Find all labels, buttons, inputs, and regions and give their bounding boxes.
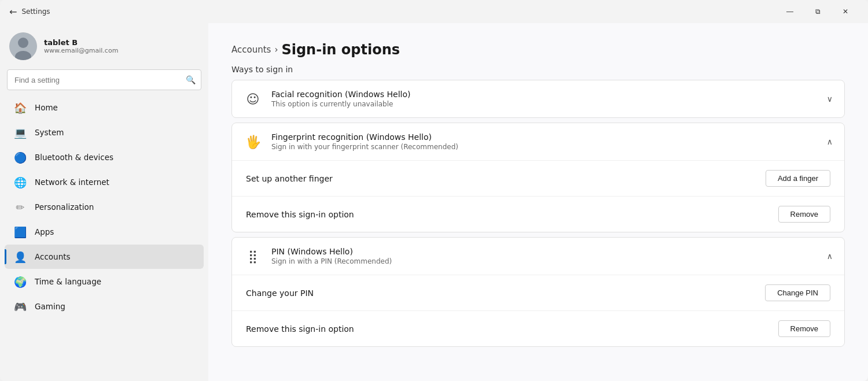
personalization-icon: ✏️ <box>14 201 27 213</box>
card-title-facial: Facial recognition (Windows Hello) <box>271 90 818 99</box>
sidebar-item-system[interactable]: 💻 System <box>5 120 204 145</box>
card-text-facial: Facial recognition (Windows Hello) This … <box>271 90 818 108</box>
card-header-facial[interactable]: ☺ Facial recognition (Windows Hello) Thi… <box>232 80 844 117</box>
user-profile: tablet B www.email@gmail.com <box>0 28 208 69</box>
chevron-fingerprint: ∧ <box>827 137 833 146</box>
sidebar-item-bluetooth[interactable]: 🔵 Bluetooth & devices <box>5 145 204 169</box>
card-row: Remove this sign-in option Remove <box>232 197 844 232</box>
main-content: Accounts › Sign-in options Ways to sign … <box>208 23 868 381</box>
card-text-fingerprint: Fingerprint recognition (Windows Hello) … <box>271 132 818 151</box>
network-icon: 🌐 <box>14 176 27 188</box>
system-icon: 💻 <box>14 126 27 139</box>
breadcrumb-separator: › <box>274 45 278 55</box>
close-button[interactable]: ✕ <box>832 2 859 21</box>
card-title-fingerprint: Fingerprint recognition (Windows Hello) <box>271 132 818 142</box>
facial-icon: ☺ <box>244 90 262 108</box>
back-icon[interactable]: ← <box>9 6 17 17</box>
user-name: tablet B <box>44 38 118 47</box>
window-controls: — ⧉ ✕ <box>777 2 859 21</box>
svg-point-1 <box>18 38 28 48</box>
maximize-button[interactable]: ⧉ <box>804 2 831 21</box>
search-icon: 🔍 <box>186 75 196 84</box>
minimize-button[interactable]: — <box>777 2 803 21</box>
card-row-label: Set up another finger <box>246 174 766 183</box>
card-header-pin[interactable]: ⣿ PIN (Windows Hello) Sign in with a PIN… <box>232 238 844 275</box>
card-header-fingerprint[interactable]: 🖐 Fingerprint recognition (Windows Hello… <box>232 123 844 160</box>
card-subtitle-pin: Sign in with a PIN (Recommended) <box>271 257 818 265</box>
card-fingerprint: 🖐 Fingerprint recognition (Windows Hello… <box>231 123 845 232</box>
home-icon: 🏠 <box>14 101 27 114</box>
nav-label-apps: Apps <box>35 227 54 236</box>
nav-label-home: Home <box>35 103 58 112</box>
sidebar-item-network[interactable]: 🌐 Network & internet <box>5 170 204 194</box>
action-btn-change-pin[interactable]: Change PIN <box>765 284 830 301</box>
card-row: Change your PIN Change PIN <box>232 275 844 311</box>
nav-label-gaming: Gaming <box>35 302 65 311</box>
bluetooth-icon: 🔵 <box>14 151 27 164</box>
nav-label-personalization: Personalization <box>35 202 94 212</box>
search-bar: 🔍 <box>7 69 201 90</box>
chevron-facial: ∨ <box>827 94 833 103</box>
content-area: tablet B www.email@gmail.com 🔍 🏠 Home 💻 … <box>0 23 868 381</box>
apps-icon: 🟦 <box>14 225 27 238</box>
breadcrumb-parent[interactable]: Accounts <box>231 45 271 55</box>
window-title: Settings <box>21 8 50 16</box>
card-subtitle-fingerprint: Sign in with your fingerprint scanner (R… <box>271 143 818 151</box>
card-row: Remove this sign-in option Remove <box>232 311 844 346</box>
card-body-pin: Change your PIN Change PIN Remove this s… <box>232 275 844 346</box>
pin-icon: ⣿ <box>244 247 262 265</box>
card-subtitle-facial: This option is currently unavailable <box>271 100 818 108</box>
sidebar: tablet B www.email@gmail.com 🔍 🏠 Home 💻 … <box>0 23 208 381</box>
search-input[interactable] <box>7 69 201 90</box>
titlebar: ← Settings — ⧉ ✕ <box>0 0 868 23</box>
card-title-pin: PIN (Windows Hello) <box>271 247 818 256</box>
breadcrumb: Accounts › Sign-in options <box>231 42 845 58</box>
chevron-pin: ∧ <box>827 251 833 261</box>
card-row: Set up another finger Add a finger <box>232 161 844 197</box>
nav-label-network: Network & internet <box>35 177 109 187</box>
action-btn-remove[interactable]: Remove <box>778 320 830 337</box>
time-icon: 🌍 <box>14 275 27 288</box>
sidebar-item-apps[interactable]: 🟦 Apps <box>5 220 204 244</box>
accounts-icon: 👤 <box>14 250 27 263</box>
nav-list: 🏠 Home 💻 System 🔵 Bluetooth & devices 🌐 … <box>0 95 208 319</box>
settings-window: ← Settings — ⧉ ✕ tablet B www.email@ <box>0 0 868 381</box>
card-facial: ☺ Facial recognition (Windows Hello) Thi… <box>231 80 845 118</box>
action-btn-add-a-finger[interactable]: Add a finger <box>766 170 830 187</box>
sidebar-item-gaming[interactable]: 🎮 Gaming <box>5 294 204 319</box>
sidebar-item-personalization[interactable]: ✏️ Personalization <box>5 195 204 219</box>
card-row-label: Remove this sign-in option <box>246 324 778 334</box>
nav-label-accounts: Accounts <box>35 252 71 261</box>
user-email: www.email@gmail.com <box>44 47 118 54</box>
breadcrumb-current: Sign-in options <box>281 42 400 58</box>
nav-label-time: Time & language <box>35 277 101 286</box>
card-row-label: Change your PIN <box>246 288 765 298</box>
nav-label-system: System <box>35 128 64 137</box>
card-text-pin: PIN (Windows Hello) Sign in with a PIN (… <box>271 247 818 265</box>
card-body-fingerprint: Set up another finger Add a finger Remov… <box>232 160 844 232</box>
avatar <box>9 32 37 60</box>
sidebar-item-home[interactable]: 🏠 Home <box>5 95 204 120</box>
action-btn-remove[interactable]: Remove <box>778 206 830 223</box>
gaming-icon: 🎮 <box>14 300 27 313</box>
cards-container: ☺ Facial recognition (Windows Hello) Thi… <box>231 80 845 347</box>
sidebar-item-time[interactable]: 🌍 Time & language <box>5 269 204 294</box>
section-title: Ways to sign in <box>231 65 845 74</box>
card-row-label: Remove this sign-in option <box>246 210 778 219</box>
user-info: tablet B www.email@gmail.com <box>44 38 118 54</box>
card-pin: ⣿ PIN (Windows Hello) Sign in with a PIN… <box>231 237 845 347</box>
fingerprint-icon: 🖐 <box>244 132 262 151</box>
sidebar-item-accounts[interactable]: 👤 Accounts <box>5 245 204 269</box>
nav-label-bluetooth: Bluetooth & devices <box>35 153 113 162</box>
